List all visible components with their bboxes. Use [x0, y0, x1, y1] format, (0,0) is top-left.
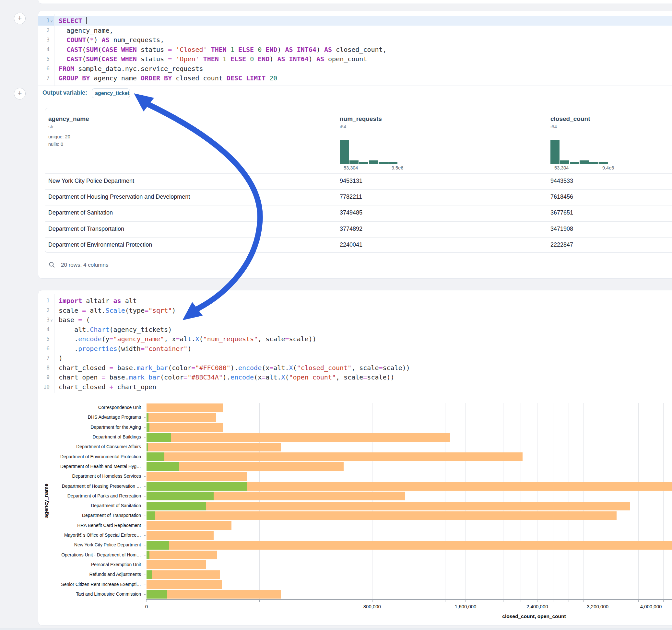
code-line[interactable]: 9chart_open = base.mark_bar(color="#8BC3…: [38, 372, 672, 382]
histogram-bar: [350, 161, 359, 164]
gridline: [583, 403, 584, 599]
code-line[interactable]: 6 .properties(width="container"): [38, 344, 672, 354]
y-axis-label: Department of Housing Preservation …: [38, 484, 141, 489]
chart-bar-closed_count: [146, 521, 232, 530]
chart-bar-open_count: [146, 462, 179, 471]
code-line[interactable]: 1∨SELECT: [38, 16, 672, 26]
code-text: GROUP BY agency_name ORDER BY closed_cou…: [59, 73, 277, 83]
chart-bar-closed_count: [146, 453, 523, 461]
line-number: 7: [38, 73, 50, 83]
line-number: 7: [38, 353, 50, 363]
column-type: i64: [340, 124, 346, 129]
column-header-closed_count[interactable]: closed_count: [550, 115, 590, 122]
chart-bar-open_count: [146, 571, 152, 579]
table-cell: 9453131: [340, 177, 362, 185]
code-line[interactable]: 5 .encode(y="agency_name", x=alt.X("num_…: [38, 334, 672, 344]
previous-cell-fragment: [38, 0, 672, 4]
code-line[interactable]: 2 agency_name,: [38, 26, 672, 35]
table-footer-text: 20 rows, 4 columns: [61, 262, 108, 268]
histogram-max-label: 9.5e6: [391, 165, 403, 170]
column-meta: unique: 20: [48, 134, 70, 139]
code-line[interactable]: 3∨base = (: [38, 315, 672, 325]
code-line[interactable]: 7): [38, 353, 672, 363]
chart-bar-closed_count: [146, 413, 216, 422]
column-histogram[interactable]: [340, 136, 398, 164]
code-text: CAST(SUM(CASE WHEN status = 'Closed' THE…: [59, 45, 387, 54]
y-axis-label: Personal Exemption Unit: [38, 562, 141, 567]
collapse-chevron-icon[interactable]: ∨: [50, 315, 53, 325]
histogram-bar: [599, 162, 608, 164]
line-number: 1: [38, 296, 50, 306]
histogram-bar: [359, 162, 368, 164]
x-axis-title: closed_count, open_count: [146, 613, 672, 619]
code-line[interactable]: 6FROM sample_data.nyc.service_requests: [38, 64, 672, 74]
python-cell: 1import altair as alt2scale = alt.Scale(…: [38, 290, 672, 626]
column-header-agency_name[interactable]: agency_name: [48, 115, 89, 122]
y-axis-label: Department of Homeless Services: [38, 474, 141, 479]
gridline: [651, 403, 651, 599]
histogram-bar: [550, 140, 559, 164]
code-text: ): [59, 353, 63, 363]
histogram-min-label: 53,304: [344, 165, 358, 170]
table-cell: Department of Environmental Protection: [48, 241, 152, 248]
chart-bar-open_count: [146, 423, 149, 432]
gridline: [485, 403, 485, 599]
altair-bar-chart[interactable]: Correspondence UnitDHS Advantage Program…: [38, 397, 672, 621]
table-cell: 7782211: [340, 193, 362, 200]
column-meta: nulls: 0: [48, 142, 63, 147]
code-line[interactable]: 5 CAST(SUM(CASE WHEN status = 'Open' THE…: [38, 54, 672, 64]
code-text: FROM sample_data.nyc.service_requests: [59, 64, 203, 74]
histogram-bar: [388, 162, 398, 164]
chart-bar-closed_count: [146, 433, 450, 442]
code-line[interactable]: 1import altair as alt: [38, 296, 672, 306]
x-axis-tick-label: 0: [145, 604, 148, 609]
line-number: 2: [38, 306, 50, 315]
code-line[interactable]: 3 COUNT(*) AS num_requests,: [38, 35, 672, 45]
python-code-editor[interactable]: 1import altair as alt2scale = alt.Scale(…: [38, 296, 672, 392]
chart-bar-open_count: [146, 551, 149, 559]
chart-bar-closed_count: [146, 404, 223, 412]
collapse-chevron-icon[interactable]: ∨: [50, 16, 53, 26]
table-cell: Department of Transportation: [48, 225, 124, 232]
histogram-bar: [560, 161, 569, 164]
next-cell-fragment: [0, 628, 672, 630]
output-variable-badge[interactable]: agency_tickets: [92, 89, 130, 98]
line-number: 3: [38, 35, 50, 45]
line-number: 5: [38, 334, 50, 344]
code-line[interactable]: 8chart_closed = base.mark_bar(color="#FF…: [38, 363, 672, 373]
gridline: [521, 403, 521, 599]
chart-bar-closed_count: [146, 560, 206, 569]
column-header-num_requests[interactable]: num_requests: [340, 115, 382, 122]
code-text: COUNT(*) AS num_requests,: [59, 35, 164, 45]
chart-bar-closed_count: [146, 443, 281, 452]
column-histogram[interactable]: [550, 136, 609, 164]
column-type: i64: [550, 124, 557, 129]
sql-code-editor[interactable]: 1∨SELECT 2 agency_name,3 COUNT(*) AS num…: [38, 16, 672, 84]
code-text: SELECT: [59, 16, 87, 26]
chart-bar-closed_count: [146, 502, 630, 510]
search-icon[interactable]: [49, 262, 55, 270]
chart-bar-open_count: [146, 502, 206, 510]
add-cell-button-top[interactable]: +: [14, 13, 26, 24]
line-number: 3: [38, 315, 50, 325]
code-line[interactable]: 2scale = alt.Scale(type="sqrt"): [38, 306, 672, 315]
y-axis-label: DHS Advantage Programs: [38, 414, 141, 420]
gridline: [598, 403, 598, 599]
dataframe-preview-table[interactable]: agency_namestrunique: 20nulls: 0num_requ…: [45, 108, 672, 253]
y-axis-label: Department for the Aging: [38, 425, 141, 430]
output-variable-label: Output variable:: [43, 90, 87, 96]
add-cell-button-output[interactable]: +: [14, 88, 26, 99]
gridline: [342, 403, 342, 599]
code-line[interactable]: 4 CAST(SUM(CASE WHEN status = 'Closed' T…: [38, 45, 672, 54]
chart-bar-open_count: [146, 433, 171, 442]
line-number: 1: [38, 16, 50, 26]
code-line[interactable]: 4 alt.Chart(agency_tickets): [38, 325, 672, 335]
y-axis-label: HRA Benefit Card Replacement: [38, 523, 141, 528]
code-text: chart_closed = base.mark_bar(color="#FFC…: [59, 363, 410, 373]
line-number: 10: [38, 382, 50, 392]
code-line[interactable]: 10chart_closed + chart_open: [38, 382, 672, 392]
x-axis-tick-label: 800,000: [363, 604, 381, 609]
y-axis-label: Operations Unit - Department of Hom…: [38, 552, 141, 557]
code-line[interactable]: 7GROUP BY agency_name ORDER BY closed_co…: [38, 73, 672, 83]
x-axis-tick-label: 3,200,000: [587, 604, 608, 609]
